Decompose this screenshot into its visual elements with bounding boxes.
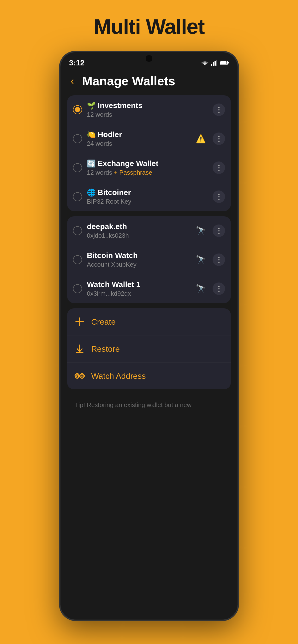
investments-emoji: 🌱 (87, 101, 96, 110)
radio-deepak[interactable] (73, 226, 82, 235)
wallet-item-deepak[interactable]: deepak.eth 0xjdo1..ks023h 🔭 (67, 216, 231, 245)
binoculars-icon-bitcoin-watch: 🔭 (196, 255, 206, 264)
content: 🌱 Investments 12 words (60, 95, 238, 416)
wallet-sub-bitcoiner: BIP32 Root Key (87, 198, 208, 205)
wallet-group-1: 🌱 Investments 12 words (67, 95, 231, 211)
radio-exchange[interactable] (73, 163, 82, 172)
status-time: 3:12 (69, 58, 84, 67)
radio-inner (75, 107, 80, 112)
wallet-info-hodler: 🍋 Hodler 24 words (87, 130, 191, 147)
action-card: Create Restore (67, 308, 231, 389)
svg-rect-6 (220, 61, 226, 64)
more-button-bitcoin-watch[interactable] (213, 254, 225, 266)
wallet-item-watch-wallet-1[interactable]: Watch Wallet 1 0x3irm...kd92qx 🔭 (67, 274, 231, 303)
radio-bitcoiner[interactable] (73, 192, 82, 201)
more-dots-hodler (218, 136, 220, 142)
bitcoiner-emoji: 🌐 (87, 188, 96, 197)
back-button[interactable]: ‹ (66, 75, 78, 87)
wallet-item-exchange[interactable]: 🔄 Exchange Wallet 12 words + Passphrase (67, 153, 231, 182)
wallet-info-exchange: 🔄 Exchange Wallet 12 words + Passphrase (87, 159, 208, 176)
wallet-sub-exchange: 12 words + Passphrase (87, 169, 208, 176)
camera-notch (146, 55, 152, 62)
radio-investments[interactable] (73, 105, 82, 114)
phone-frame: 3:12 ‹ (59, 51, 239, 621)
more-button-hodler[interactable] (213, 132, 225, 145)
wallet-info-investments: 🌱 Investments 12 words (87, 101, 208, 118)
wallet-sub-deepak: 0xjdo1..ks023h (87, 232, 191, 239)
tip-text: Tip! Restoring an existing wallet but a … (67, 394, 231, 416)
action-restore[interactable]: Restore (67, 336, 231, 362)
more-button-exchange[interactable] (213, 162, 225, 174)
svg-rect-0 (211, 64, 212, 66)
binoculars-icon-watch-wallet-1: 🔭 (196, 284, 206, 294)
restore-label: Restore (91, 344, 120, 354)
more-dots-exchange (218, 165, 220, 171)
wallet-name-hodler: 🍋 Hodler (87, 130, 191, 139)
action-watch-address[interactable]: Watch Address (67, 362, 231, 389)
svg-rect-1 (213, 62, 214, 66)
wallet-name-bitcoin-watch: Bitcoin Watch (87, 251, 191, 260)
wallet-name-watch-wallet-1: Watch Wallet 1 (87, 280, 191, 289)
page-title: Multi Wallet (94, 14, 204, 39)
wallet-info-deepak: deepak.eth 0xjdo1..ks023h (87, 222, 191, 239)
create-label: Create (91, 317, 116, 326)
wallet-item-hodler[interactable]: 🍋 Hodler 24 words ⚠️ (67, 124, 231, 153)
hodler-emoji: 🍋 (87, 130, 96, 139)
wallet-info-bitcoiner: 🌐 Bitcoiner BIP32 Root Key (87, 188, 208, 205)
wallet-sub-bitcoin-watch: Account XpubKey (87, 261, 191, 268)
wallet-name-investments: 🌱 Investments (87, 101, 208, 110)
more-button-investments[interactable] (213, 104, 225, 116)
wifi-icon (201, 60, 209, 66)
more-dots-bitcoiner (218, 194, 220, 200)
more-dots-deepak (218, 228, 220, 234)
watch-address-label: Watch Address (91, 371, 146, 381)
wallet-name-bitcoiner: 🌐 Bitcoiner (87, 188, 208, 197)
wallet-name-exchange: 🔄 Exchange Wallet (87, 159, 208, 168)
exchange-emoji: 🔄 (87, 159, 96, 168)
svg-rect-3 (216, 60, 217, 66)
svg-point-12 (82, 376, 83, 376)
signal-icon (211, 60, 217, 66)
restore-icon (74, 343, 85, 354)
back-chevron-icon: ‹ (71, 76, 74, 86)
wallet-item-investments[interactable]: 🌱 Investments 12 words (67, 95, 231, 124)
header: ‹ Manage Wallets (60, 69, 238, 95)
wallet-group-2: deepak.eth 0xjdo1..ks023h 🔭 (67, 216, 231, 303)
binoculars-icon-deepak: 🔭 (196, 226, 206, 236)
radio-hodler[interactable] (73, 134, 82, 143)
radio-bitcoin-watch[interactable] (73, 255, 82, 264)
status-icons (201, 60, 229, 66)
wallet-item-bitcoin-watch[interactable]: Bitcoin Watch Account XpubKey 🔭 (67, 245, 231, 274)
wallet-sub-watch-wallet-1: 0x3irm...kd92qx (87, 290, 191, 297)
create-icon (74, 316, 85, 328)
wallet-item-bitcoiner[interactable]: 🌐 Bitcoiner BIP32 Root Key (67, 182, 231, 211)
more-button-deepak[interactable] (213, 224, 225, 237)
svg-rect-5 (228, 62, 229, 64)
warning-icon-hodler: ⚠️ (196, 134, 206, 144)
svg-rect-2 (215, 61, 216, 66)
wallet-sub-hodler: 24 words (87, 140, 191, 147)
header-title: Manage Wallets (82, 74, 175, 88)
more-dots-watch-wallet-1 (218, 286, 220, 292)
svg-point-10 (77, 376, 78, 376)
wallet-name-deepak: deepak.eth (87, 222, 191, 231)
more-dots (218, 107, 220, 113)
more-button-bitcoiner[interactable] (213, 190, 225, 203)
more-button-watch-wallet-1[interactable] (213, 282, 225, 295)
action-create[interactable]: Create (67, 308, 231, 336)
more-dots-bitcoin-watch (218, 257, 220, 263)
battery-icon (220, 60, 229, 65)
watch-address-icon (74, 370, 85, 382)
wallet-info-watch-wallet-1: Watch Wallet 1 0x3irm...kd92qx (87, 280, 191, 297)
radio-watch-wallet-1[interactable] (73, 284, 82, 293)
wallet-info-bitcoin-watch: Bitcoin Watch Account XpubKey (87, 251, 191, 268)
wallet-sub-investments: 12 words (87, 111, 208, 118)
